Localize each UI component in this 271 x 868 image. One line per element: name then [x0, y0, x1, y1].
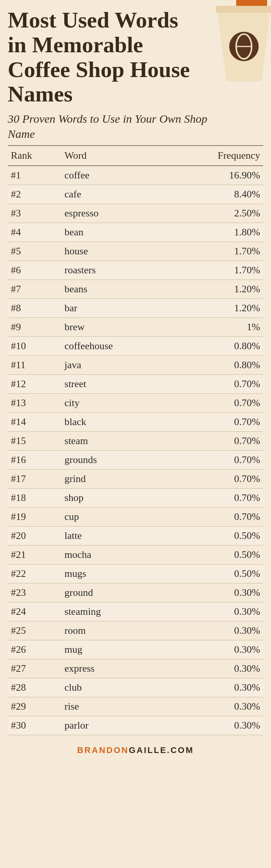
cell-word: house [62, 242, 168, 261]
cell-frequency: 1.70% [168, 261, 263, 280]
cell-frequency: 0.30% [168, 678, 263, 697]
table-row: #10coffeehouse0.80% [8, 337, 263, 356]
table-row: #9brew1% [8, 318, 263, 337]
cell-rank: #30 [8, 716, 62, 735]
cell-word: club [62, 678, 168, 697]
table-row: #29rise0.30% [8, 697, 263, 716]
cell-frequency: 0.70% [168, 413, 263, 432]
cell-rank: #8 [8, 299, 62, 318]
table-row: #1coffee16.90% [8, 166, 263, 185]
coffee-cup-icon [194, 0, 271, 85]
cell-frequency: 2.50% [168, 204, 263, 223]
table-row: #26mug0.30% [8, 640, 263, 659]
cell-frequency: 0.30% [168, 716, 263, 735]
cell-rank: #22 [8, 564, 62, 583]
cell-frequency: 0.50% [168, 527, 263, 546]
footer-brand: BRANDONGAILLE.COM [0, 739, 271, 761]
col-word: Word [62, 146, 168, 166]
table-row: #6roasters1.70% [8, 261, 263, 280]
cell-word: beans [62, 280, 168, 299]
cell-rank: #9 [8, 318, 62, 337]
table-row: #13city0.70% [8, 394, 263, 413]
cell-word: roasters [62, 261, 168, 280]
main-title: Most Used Words in Memorable Coffee Shop… [8, 8, 194, 106]
table-row: #25room0.30% [8, 621, 263, 640]
cell-word: latte [62, 527, 168, 546]
cell-rank: #4 [8, 223, 62, 242]
table-row: #21mocha0.50% [8, 546, 263, 564]
table-row: #28club0.30% [8, 678, 263, 697]
cell-rank: #16 [8, 451, 62, 470]
cell-word: java [62, 356, 168, 375]
table-row: #16grounds0.70% [8, 451, 263, 470]
cell-frequency: 0.70% [168, 470, 263, 489]
cell-rank: #5 [8, 242, 62, 261]
table-row: #8bar1.20% [8, 299, 263, 318]
cell-word: room [62, 621, 168, 640]
cell-frequency: 1.70% [168, 242, 263, 261]
table-row: #23ground0.30% [8, 583, 263, 602]
table-container: Rank Word Frequency #1coffee16.90%#2cafe… [0, 145, 271, 739]
header-section: Most Used Words in Memorable Coffee Shop… [0, 0, 271, 145]
cell-rank: #26 [8, 640, 62, 659]
cell-frequency: 0.70% [168, 394, 263, 413]
cell-frequency: 0.30% [168, 583, 263, 602]
cell-rank: #25 [8, 621, 62, 640]
cell-word: coffeehouse [62, 337, 168, 356]
cell-frequency: 0.80% [168, 337, 263, 356]
brand-name-dark: GAILLE.COM [129, 745, 194, 755]
cell-word: bean [62, 223, 168, 242]
table-row: #11java0.80% [8, 356, 263, 375]
cell-word: steaming [62, 602, 168, 621]
cell-rank: #29 [8, 697, 62, 716]
table-row: #24steaming0.30% [8, 602, 263, 621]
cell-frequency: 1.20% [168, 280, 263, 299]
cell-frequency: 1.80% [168, 223, 263, 242]
cell-word: grounds [62, 451, 168, 470]
cell-frequency: 0.70% [168, 432, 263, 451]
cell-frequency: 0.80% [168, 356, 263, 375]
cell-frequency: 0.70% [168, 508, 263, 527]
cell-rank: #3 [8, 204, 62, 223]
cell-rank: #21 [8, 546, 62, 564]
cell-word: city [62, 394, 168, 413]
brand-name-orange: BRANDON [77, 745, 129, 755]
cell-rank: #1 [8, 166, 62, 185]
table-row: #19cup0.70% [8, 508, 263, 527]
col-rank: Rank [8, 146, 62, 166]
table-row: #27express0.30% [8, 659, 263, 678]
cell-word: parlor [62, 716, 168, 735]
table-row: #30parlor0.30% [8, 716, 263, 735]
cell-rank: #14 [8, 413, 62, 432]
cell-word: black [62, 413, 168, 432]
cell-frequency: 0.30% [168, 697, 263, 716]
cell-rank: #7 [8, 280, 62, 299]
table-row: #20latte0.50% [8, 527, 263, 546]
cell-frequency: 0.50% [168, 546, 263, 564]
cell-frequency: 0.30% [168, 640, 263, 659]
cell-word: mocha [62, 546, 168, 564]
cell-frequency: 1% [168, 318, 263, 337]
cell-frequency: 0.70% [168, 375, 263, 394]
table-row: #3espresso2.50% [8, 204, 263, 223]
cell-word: coffee [62, 166, 168, 185]
cell-rank: #6 [8, 261, 62, 280]
cell-rank: #17 [8, 470, 62, 489]
cell-rank: #28 [8, 678, 62, 697]
cell-rank: #12 [8, 375, 62, 394]
cell-word: bar [62, 299, 168, 318]
cell-frequency: 0.30% [168, 659, 263, 678]
cell-rank: #20 [8, 527, 62, 546]
col-frequency: Frequency [168, 146, 263, 166]
cell-word: street [62, 375, 168, 394]
table-row: #12street0.70% [8, 375, 263, 394]
cell-frequency: 0.70% [168, 489, 263, 508]
cell-rank: #13 [8, 394, 62, 413]
cell-rank: #18 [8, 489, 62, 508]
table-row: #2cafe8.40% [8, 185, 263, 204]
cell-rank: #23 [8, 583, 62, 602]
subtitle: 30 Proven Words to Use in Your Own Shop … [8, 111, 209, 141]
cell-word: cup [62, 508, 168, 527]
cell-rank: #15 [8, 432, 62, 451]
cell-rank: #11 [8, 356, 62, 375]
